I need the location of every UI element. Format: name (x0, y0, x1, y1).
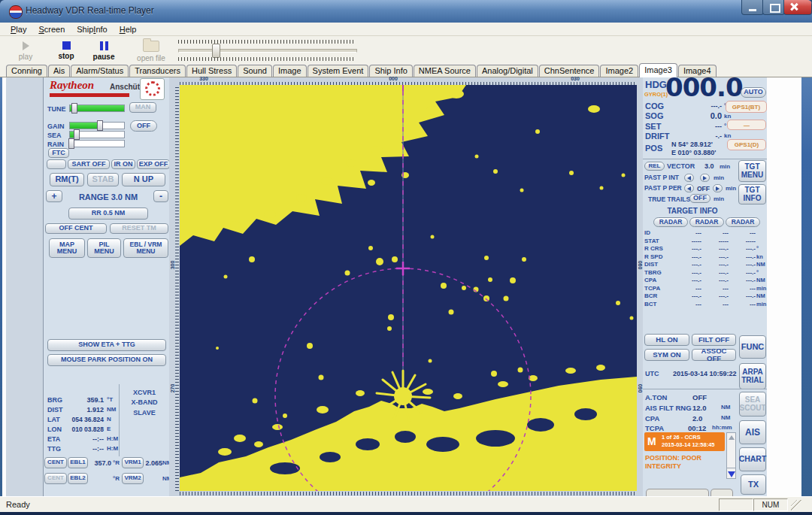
tab-hull-stress[interactable]: Hull Stress (186, 65, 237, 77)
slider-track[interactable] (178, 49, 357, 53)
ais-button[interactable]: AIS (739, 420, 766, 444)
arpa-trial-button[interactable]: ARPATRIAL (739, 363, 766, 389)
rain-handle[interactable] (68, 138, 74, 149)
reset-tm-button[interactable]: RESET TM (110, 223, 168, 234)
tab-image2[interactable]: Image2 (600, 65, 638, 77)
mouse-park-button[interactable]: MOUSE PARK POSITION ON (47, 354, 166, 366)
cent1-button[interactable]: CENT (44, 457, 67, 468)
past-int-increase-button[interactable] (700, 174, 710, 182)
maximize-button[interactable] (762, 0, 785, 15)
range-plus-button[interactable]: + (46, 190, 62, 202)
tab-nmea-source[interactable]: NMEA Source (414, 65, 476, 77)
brand-badge (140, 78, 165, 100)
radar-source-button-2[interactable]: RADAR (689, 217, 724, 227)
rain-slider[interactable] (69, 140, 125, 147)
rain-off-button[interactable]: OFF (130, 120, 157, 132)
off-cent-button[interactable]: OFF CENT (45, 223, 107, 234)
gps1-d-button[interactable]: GPS1(D) (727, 139, 766, 150)
sym-on-button[interactable]: SYM ON (644, 349, 689, 361)
gain-slider[interactable] (69, 122, 125, 129)
menu-shipinfo[interactable]: ShipInfo (71, 25, 113, 34)
tab-analog-digital[interactable]: Analog/Digital (477, 65, 538, 77)
past-per-decrease-button[interactable] (684, 184, 694, 192)
stab-button[interactable]: STAB (87, 173, 119, 186)
menu-screen[interactable]: Screen (32, 25, 71, 34)
scroll-down-button[interactable] (727, 468, 735, 481)
past-per-increase-button[interactable] (713, 184, 723, 192)
rr-button[interactable]: RR 0.5 NM (68, 208, 148, 220)
playback-slider[interactable] (178, 39, 356, 62)
tune-slider[interactable] (69, 105, 125, 112)
func-button[interactable]: FUNC (739, 335, 766, 359)
pause-button[interactable]: pause (84, 40, 123, 61)
sea-scout-button[interactable]: SEASCOUT (739, 392, 766, 417)
ir-on-button[interactable]: IR ON (111, 159, 135, 169)
tx-button[interactable]: TX (741, 474, 766, 495)
past-int-decrease-button[interactable] (684, 174, 694, 182)
menu-help[interactable]: Help (114, 25, 143, 34)
minimize-button[interactable] (741, 0, 764, 15)
gps-dash-button[interactable]: — (727, 120, 766, 130)
hl-on-button[interactable]: HL ON (644, 334, 689, 346)
slider-handle[interactable] (212, 44, 220, 58)
resize-grip[interactable] (791, 500, 801, 510)
stop-button[interactable]: stop (47, 40, 86, 60)
sea-slider[interactable] (69, 131, 125, 138)
blank-button[interactable] (47, 159, 66, 169)
sart-off-button[interactable]: SART OFF (68, 159, 110, 169)
tab-conning[interactable]: Conning (6, 65, 47, 77)
vrm2-button[interactable]: VRM2 (122, 473, 144, 484)
tab-system-event[interactable]: System Event (308, 65, 369, 77)
radar-source-button-1[interactable]: RADAR (653, 217, 688, 227)
scroll-up-button[interactable] (727, 435, 735, 445)
tab-alarm-status[interactable]: Alarm/Status (71, 65, 129, 77)
tab-ais[interactable]: Ais (48, 65, 70, 77)
alarm-warning-line1: POSITION: POOR (645, 454, 701, 462)
menu-play[interactable]: Play (5, 25, 32, 34)
tgt-info-button[interactable]: TGTINFO (738, 184, 766, 204)
vrm1-button[interactable]: VRM1 (122, 457, 144, 468)
rm-t-button[interactable]: RM(T) (50, 173, 84, 186)
close-button[interactable] (783, 0, 812, 15)
cent2-button[interactable]: CENT (44, 473, 67, 484)
titlebar[interactable]: Headway VDR Real-time Player (0, 0, 812, 23)
tab-sound[interactable]: Sound (238, 65, 272, 77)
assoc-off-button[interactable]: ASSOC OFF (692, 349, 736, 361)
n-up-button[interactable]: N UP (122, 173, 165, 186)
open-file-button[interactable]: open file (129, 39, 173, 62)
auto-button[interactable]: AUTO (741, 87, 766, 98)
bearing-060: 060 (638, 258, 643, 273)
true-trails-button[interactable]: OFF (689, 194, 710, 203)
ftc-button[interactable]: FTC (48, 148, 69, 158)
tab-image[interactable]: Image (273, 65, 307, 77)
radar-ppi[interactable] (180, 85, 637, 491)
tab-chnsentence[interactable]: ChnSentence (539, 65, 600, 77)
past-p-per-value: OFF (697, 185, 710, 192)
tune-handle[interactable] (71, 103, 77, 114)
filt-off-button[interactable]: FILT OFF (692, 334, 736, 346)
stop-icon (62, 41, 71, 50)
radar-source-button-3[interactable]: RADAR (726, 217, 760, 227)
exp-off-button[interactable]: EXP OFF (137, 159, 170, 169)
rel-button[interactable]: REL (644, 162, 665, 171)
hdg-source: GYRO(1) (644, 91, 668, 98)
man-button[interactable]: MAN (129, 102, 156, 113)
gain-handle[interactable] (97, 120, 103, 131)
ebl1-button[interactable]: EBL1 (68, 457, 88, 468)
chart-button[interactable]: CHART (739, 447, 766, 471)
ebl2-button[interactable]: EBL2 (68, 473, 88, 484)
pil-menu-button[interactable]: PILMENU (87, 238, 121, 258)
alarm-scrollbar[interactable] (726, 432, 736, 479)
alarm-entry[interactable]: M 1 of 26 - CCRS 2015-03-14 12:58:45 (644, 432, 725, 451)
play-button[interactable]: play (6, 40, 45, 61)
tab-transducers[interactable]: Transducers (129, 65, 186, 77)
tgt-menu-button[interactable]: TGTMENU (738, 160, 766, 182)
ebl-vrm-menu-button[interactable]: EBL / VRMMENU (123, 238, 168, 258)
range-minus-button[interactable]: - (153, 190, 168, 202)
tab-ship-info[interactable]: Ship Info (369, 65, 412, 77)
map-menu-button[interactable]: MAPMENU (49, 238, 85, 258)
tab-image3[interactable]: Image3 (639, 63, 677, 77)
show-eta-ttg-button[interactable]: SHOW ETA + TTG (47, 339, 166, 351)
gps1-bt-button[interactable]: GPS1(BT) (726, 101, 767, 113)
xcvr-label: XCVR1 (122, 389, 167, 396)
